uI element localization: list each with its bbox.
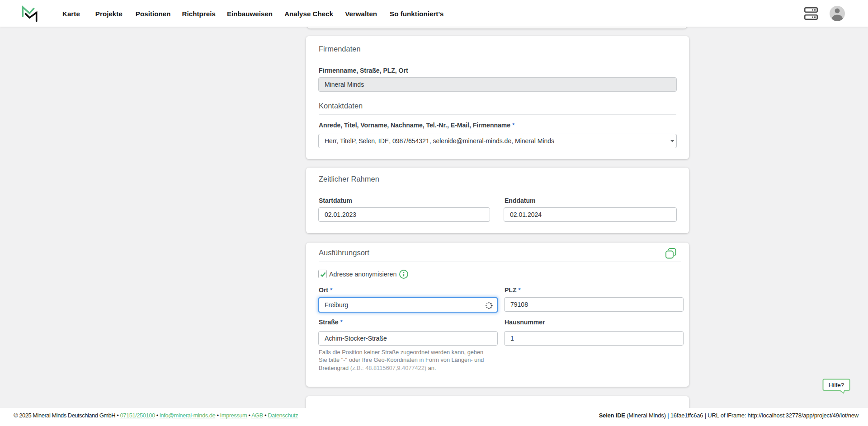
svg-text:Hilfe?: Hilfe? xyxy=(829,382,844,389)
